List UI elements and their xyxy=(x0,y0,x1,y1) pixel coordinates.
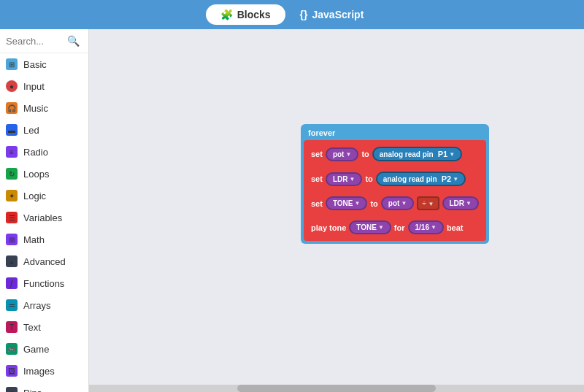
sidebar-item-arrays[interactable]: ≔ Arrays xyxy=(0,294,88,316)
game-icon: 🎮 xyxy=(6,343,18,355)
row4-val1[interactable]: 1/16 ▼ xyxy=(408,220,444,234)
row4-for: for xyxy=(394,223,405,232)
images-icon: 🖼 xyxy=(6,365,18,377)
pins-icon: ⊙ xyxy=(6,387,18,392)
sidebar-item-advanced[interactable]: ▲ Advanced xyxy=(0,250,88,272)
search-box: 🔍 xyxy=(0,29,88,53)
tab-js-button[interactable]: {} JavaScript xyxy=(285,4,379,25)
variables-label: Variables xyxy=(23,212,62,223)
row1-to: to xyxy=(361,150,369,158)
row2-pin-arrow: ▼ xyxy=(453,176,458,182)
row1-set: set xyxy=(311,150,323,158)
row4-val1-label: 1/16 xyxy=(415,223,429,231)
blocks-icon: 🧩 xyxy=(220,9,233,20)
advanced-label: Advanced xyxy=(23,256,66,267)
sidebar-item-loops[interactable]: ↻ Loops xyxy=(0,163,88,185)
sidebar-item-input[interactable]: ● Input xyxy=(0,75,88,97)
images-label: Images xyxy=(23,366,55,377)
canvas[interactable]: forever set pot ▼ to analog read pin P1 xyxy=(89,29,584,392)
text-icon: T xyxy=(6,321,18,333)
search-icon-button[interactable]: 🔍 xyxy=(67,35,80,47)
sidebar-item-music[interactable]: 🎧 Music xyxy=(0,97,88,119)
tab-blocks-label: Blocks xyxy=(237,9,271,20)
arrays-icon: ≔ xyxy=(6,299,18,311)
pins-label: Pins xyxy=(23,388,42,393)
row3-op[interactable]: ÷ ▼ xyxy=(417,196,439,210)
variables-icon: ☰ xyxy=(6,212,18,223)
loops-label: Loops xyxy=(23,169,49,180)
row3-val2[interactable]: LDR ▼ xyxy=(442,196,479,210)
sidebar-item-led[interactable]: ▬ Led xyxy=(0,119,88,141)
sidebar-item-pins[interactable]: ⊙ Pins xyxy=(0,382,88,392)
block-row-2[interactable]: set LDR ▼ to analog read pin P2 ▼ xyxy=(307,168,483,190)
tab-js-label: JavaScript xyxy=(312,9,364,20)
arrays-label: Arrays xyxy=(23,300,51,311)
canvas-scrollbar[interactable] xyxy=(89,385,584,392)
input-label: Input xyxy=(23,81,45,92)
sidebar-item-radio[interactable]: ≡ Radio xyxy=(0,141,88,163)
canvas-scrollbar-thumb xyxy=(237,385,435,392)
block-row-4[interactable]: play tone TONE ▼ for 1/16 ▼ beat xyxy=(307,217,483,238)
sidebar-item-math[interactable]: ⊞ Math xyxy=(0,228,88,250)
row2-var-ldr-label: LDR xyxy=(333,175,348,183)
forever-label: forever xyxy=(304,127,486,140)
row4-play: play tone xyxy=(311,223,346,232)
row1-pin-arrow: ▼ xyxy=(449,151,455,158)
row1-var-pot[interactable]: pot ▼ xyxy=(326,147,358,161)
advanced-icon: ▲ xyxy=(6,255,18,267)
row4-tone-arrow: ▼ xyxy=(378,224,384,231)
basic-label: Basic xyxy=(23,59,47,70)
row3-val2-arrow: ▼ xyxy=(466,200,472,207)
forever-inner: set pot ▼ to analog read pin P1 ▼ xyxy=(304,140,486,241)
row2-var-ldr-arrow: ▼ xyxy=(349,176,355,182)
loops-icon: ↻ xyxy=(6,168,18,180)
row2-var-ldr[interactable]: LDR ▼ xyxy=(326,172,362,186)
music-label: Music xyxy=(23,103,48,114)
forever-block[interactable]: forever set pot ▼ to analog read pin P1 xyxy=(301,124,489,244)
row3-var-tone-label: TONE xyxy=(333,199,353,207)
row1-action-label: analog read pin xyxy=(380,150,434,158)
sidebar-item-basic[interactable]: ⊞ Basic xyxy=(0,53,88,75)
sidebar-list: ⊞ Basic ● Input 🎧 Music ▬ Led ≡ Radio ↻ … xyxy=(0,53,88,392)
row3-val1-arrow: ▼ xyxy=(401,200,407,207)
row2-action-label: analog read pin xyxy=(383,175,437,183)
row3-op-label: ÷ xyxy=(422,199,426,207)
block-row-3[interactable]: set TONE ▼ to pot ▼ ÷ ▼ xyxy=(307,193,483,214)
functions-label: Functions xyxy=(23,278,64,289)
sidebar: 🔍 ⊞ Basic ● Input 🎧 Music ▬ Led ≡ Radio xyxy=(0,29,89,392)
row3-set: set xyxy=(311,199,323,208)
led-label: Led xyxy=(23,125,39,136)
row1-var-pot-arrow: ▼ xyxy=(345,151,351,158)
sidebar-item-text[interactable]: T Text xyxy=(0,316,88,338)
row2-to: to xyxy=(365,174,372,183)
row2-action[interactable]: analog read pin P2 ▼ xyxy=(376,172,466,186)
row4-tone[interactable]: TONE ▼ xyxy=(349,220,391,234)
input-icon: ● xyxy=(6,80,18,92)
sidebar-item-variables[interactable]: ☰ Variables xyxy=(0,207,88,228)
logic-icon: ✦ xyxy=(6,190,18,201)
sidebar-item-game[interactable]: 🎮 Game xyxy=(0,338,88,360)
tab-blocks-button[interactable]: 🧩 Blocks xyxy=(206,4,285,25)
blocks-area: forever set pot ▼ to analog read pin P1 xyxy=(301,124,489,244)
row3-var-tone[interactable]: TONE ▼ xyxy=(326,196,368,210)
sidebar-item-functions[interactable]: ƒ Functions xyxy=(0,272,88,294)
row1-var-pot-label: pot xyxy=(333,150,345,158)
row3-op-arrow: ▼ xyxy=(429,201,434,207)
radio-label: Radio xyxy=(23,147,48,158)
game-label: Game xyxy=(23,344,49,355)
sidebar-item-logic[interactable]: ✦ Logic xyxy=(0,185,88,207)
sidebar-item-images[interactable]: 🖼 Images xyxy=(0,360,88,382)
math-icon: ⊞ xyxy=(6,234,18,245)
functions-icon: ƒ xyxy=(6,277,18,289)
row3-tone-arrow: ▼ xyxy=(355,200,361,207)
row4-val1-arrow: ▼ xyxy=(431,224,437,231)
text-label: Text xyxy=(23,322,41,333)
search-input[interactable] xyxy=(6,36,64,47)
row1-action[interactable]: analog read pin P1 ▼ xyxy=(372,147,462,161)
row3-val1[interactable]: pot ▼ xyxy=(381,196,414,210)
logic-label: Logic xyxy=(23,191,46,201)
music-icon: 🎧 xyxy=(6,102,18,114)
row2-pin: P2 xyxy=(442,174,451,183)
block-row-1[interactable]: set pot ▼ to analog read pin P1 ▼ xyxy=(307,143,483,165)
main-layout: 🔍 ⊞ Basic ● Input 🎧 Music ▬ Led ≡ Radio xyxy=(0,29,584,392)
